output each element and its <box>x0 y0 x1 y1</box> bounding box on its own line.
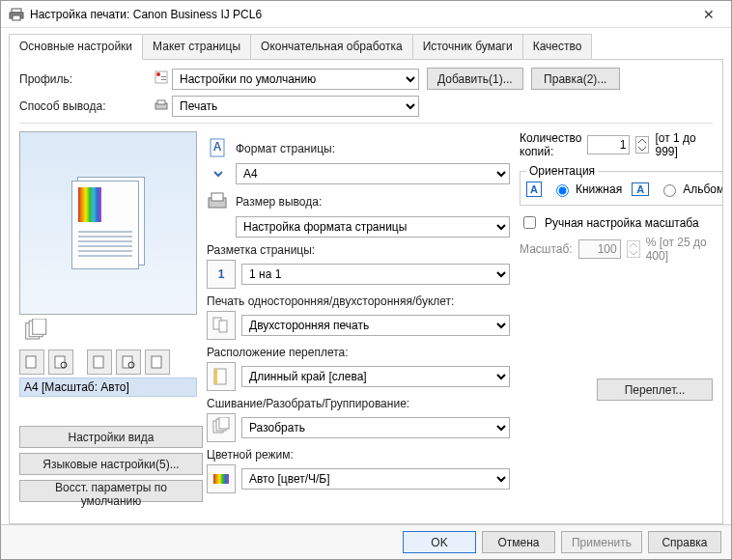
tab-main[interactable]: Основные настройки <box>9 34 143 60</box>
titlebar: Настройка печати: Canon Business IJ PCL6… <box>1 1 731 28</box>
restore-defaults-button[interactable]: Восст. параметры по умолчанию <box>19 480 203 502</box>
settings-column: A Формат страницы: A4 Размер вывода: <box>207 131 510 502</box>
page-layout-label: Разметка страницы: <box>207 243 510 257</box>
print-preferences-window: Настройка печати: Canon Business IJ PCL6… <box>0 0 732 560</box>
preview-caption: A4 [Масштаб: Авто] <box>19 378 197 397</box>
svg-rect-25 <box>219 321 227 332</box>
orientation-group: Ориентация A Книжная A Альбомная <box>520 164 723 206</box>
copies-spinner-icon[interactable] <box>635 136 649 154</box>
language-settings-button[interactable]: Языковые настройки(5)... <box>19 453 203 475</box>
print-icon <box>155 98 168 115</box>
svg-point-4 <box>156 72 160 76</box>
output-method-select[interactable]: Печать <box>172 96 419 117</box>
svg-rect-0 <box>12 9 21 13</box>
ok-button[interactable]: OK <box>403 531 476 553</box>
tab-page-layout[interactable]: Макет страницы <box>142 34 251 60</box>
portrait-icon: A <box>526 182 542 197</box>
binding-select[interactable]: Длинный край [слева] <box>241 366 510 387</box>
left-buttons-group: Настройки вида Языковые настройки(5)... … <box>19 426 197 502</box>
output-method-row: Способ вывода: Печать <box>19 96 713 117</box>
copies-range-hint: [от 1 до 999] <box>655 131 713 158</box>
window-title: Настройка печати: Canon Business IJ PCL6 <box>30 8 690 21</box>
dialog-footer: OK Отмена Применить Справка <box>1 524 731 559</box>
svg-rect-5 <box>161 76 166 77</box>
manual-scale-checkbox[interactable]: Ручная настройка масштаба <box>520 213 713 232</box>
preview-tool-1[interactable] <box>19 350 44 375</box>
profile-label: Профиль: <box>19 72 155 86</box>
page-size-label: A Формат страницы: <box>207 137 510 160</box>
binding-options-button[interactable]: Переплет... <box>597 378 713 401</box>
cancel-button[interactable]: Отмена <box>482 531 555 553</box>
profile-edit-button[interactable]: Правка(2)... <box>531 68 620 90</box>
preview-page-stack <box>71 177 145 269</box>
preview-box <box>19 131 197 315</box>
tab-strip: Основные настройки Макет страницы Оконча… <box>9 34 723 60</box>
svg-text:A: A <box>213 140 222 154</box>
print-mode-label: Печать односторонняя/двухсторонняя/букле… <box>207 294 510 308</box>
print-mode-select[interactable]: Двухсторонняя печать <box>241 315 510 336</box>
view-settings-button[interactable]: Настройки вида <box>19 426 203 448</box>
svg-rect-11 <box>33 319 46 334</box>
finishing-label: Сшивание/Разобрать/Группирование: <box>207 397 510 410</box>
svg-rect-6 <box>161 79 166 80</box>
page-layout-select[interactable]: 1 на 1 <box>241 264 510 285</box>
output-size-icon <box>207 190 230 213</box>
preview-tool-row <box>19 350 197 375</box>
copies-input[interactable] <box>587 135 630 154</box>
preview-tool-5[interactable] <box>145 350 170 375</box>
svg-rect-15 <box>94 356 103 368</box>
main-columns: A4 [Масштаб: Авто] Настройки вида Языков… <box>19 131 713 502</box>
scale-row: Масштаб: % [от 25 до 400] <box>520 236 713 263</box>
color-mode-icon <box>207 464 236 493</box>
tab-finishing[interactable]: Окончательная обработка <box>250 34 413 60</box>
svg-rect-18 <box>152 356 161 368</box>
svg-rect-12 <box>26 356 36 368</box>
arrow-down-icon <box>207 168 230 180</box>
svg-rect-23 <box>211 193 223 201</box>
svg-rect-27 <box>214 369 217 384</box>
page-size-select[interactable]: A4 <box>236 163 510 184</box>
print-mode-icon <box>207 311 236 340</box>
page-layout-icon: 1 <box>207 260 236 289</box>
content-area: Основные настройки Макет страницы Оконча… <box>1 28 731 524</box>
scale-input <box>578 239 621 259</box>
svg-rect-8 <box>157 100 165 104</box>
binding-icon <box>207 362 236 391</box>
color-mode-label: Цветной режим: <box>207 448 510 462</box>
profile-select[interactable]: Настройки по умолчанию <box>172 69 419 90</box>
svg-rect-31 <box>213 474 229 484</box>
profile-row: Профиль: Настройки по умолчанию Добавить… <box>19 68 713 90</box>
scale-range-hint: % [от 25 до 400] <box>646 236 713 263</box>
profile-add-button[interactable]: Добавить(1)... <box>427 68 523 90</box>
color-mode-select[interactable]: Авто [цвет/Ч/Б] <box>241 468 510 490</box>
preview-tool-4[interactable] <box>116 350 141 375</box>
scale-spinner-icon <box>627 240 640 258</box>
tab-quality[interactable]: Качество <box>522 34 593 60</box>
scale-label: Масштаб: <box>520 242 573 256</box>
landscape-radio[interactable]: Альбомная <box>659 182 723 197</box>
svg-rect-30 <box>219 417 229 429</box>
binding-label: Расположение переплета: <box>207 346 510 359</box>
finishing-icon <box>207 413 236 442</box>
output-size-select[interactable]: Настройка формата страницы <box>236 216 510 238</box>
copies-row: Количество копий: [от 1 до 999] <box>520 131 713 158</box>
landscape-icon: A <box>632 182 649 196</box>
right-column: Количество копий: [от 1 до 999] Ориентац… <box>520 131 713 502</box>
collate-preview-icon <box>21 319 48 346</box>
tab-paper-source[interactable]: Источник бумаги <box>412 34 523 60</box>
orientation-legend: Ориентация <box>526 164 598 178</box>
copies-label: Количество копий: <box>520 131 581 158</box>
preview-tool-2[interactable] <box>48 350 73 375</box>
tab-panel-main: Профиль: Настройки по умолчанию Добавить… <box>9 59 723 524</box>
output-size-label: Размер вывода: <box>207 190 510 213</box>
printer-icon <box>9 7 24 22</box>
portrait-radio[interactable]: Книжная <box>551 182 622 197</box>
preview-column: A4 [Масштаб: Авто] Настройки вида Языков… <box>19 131 197 502</box>
finishing-select[interactable]: Разобрать <box>241 417 510 438</box>
preview-tool-3[interactable] <box>87 350 112 375</box>
apply-button: Применить <box>561 531 642 553</box>
svg-rect-2 <box>13 15 20 20</box>
page-size-icon: A <box>207 137 230 160</box>
close-button[interactable]: ✕ <box>690 1 727 28</box>
help-button[interactable]: Справка <box>648 531 721 553</box>
